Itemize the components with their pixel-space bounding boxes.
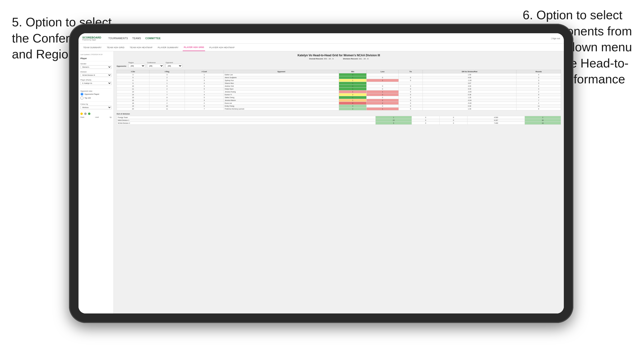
panel-records: Overall Record: 353 - 34 - 6 Division Re… (116, 58, 561, 60)
subnav-team-summary[interactable]: TEAM SUMMARY (82, 44, 102, 51)
main-panel: Katelyn Vo Head-to-Head Grid for Women's… (114, 51, 564, 314)
table-row: 10 6 3 Andrea York 2 0 0 4.00 4 (117, 85, 561, 88)
nav-teams[interactable]: TEAMS (132, 37, 141, 40)
table-row: 9 1 4 Sharon Mun 1 3.67 3 (117, 82, 561, 85)
sidebar-division-select[interactable]: NCAA Division III (80, 73, 112, 77)
out-table-row: NCAA Division 2 5 0 0 7.400 10 (117, 122, 561, 125)
sidebar-colour-by-label: Colour by (80, 103, 112, 105)
h2h-table: # Div # Reg # Conf Opponent Win Loss Tie… (116, 70, 561, 110)
sidebar-player-title: Player (80, 57, 112, 60)
th-div: # Div (117, 70, 150, 73)
opponents-label: Opponents: (116, 65, 126, 68)
colour-dots (80, 113, 112, 115)
filter-region-label: Region (128, 62, 145, 63)
panel-title: Katelyn Vo Head-to-Head Grid for Women's… (116, 54, 561, 57)
overall-record: Overall Record: 353 - 34 - 6 (309, 58, 334, 60)
tablet-screen: SCOREBOARD Powered by clippd TOURNAMENTS… (78, 33, 564, 314)
out-table-row: Foreign Team 1 0 0 4.500 2 (117, 116, 561, 119)
table-row: 18 2 2 Euna Lee 0 2 0 -5.00 2 (117, 102, 561, 105)
table-row: 20 11 7 Federica Domecq Lacroze 2 1 0 1.… (117, 108, 561, 110)
subnav-player-h2h-heatmap[interactable]: PLAYER H2H HEATMAP (208, 44, 236, 51)
sub-nav: TEAM SUMMARY TEAM H2H GRID TEAM H2H HEAT… (78, 44, 564, 51)
logo-sub: Powered by clippd (82, 39, 101, 41)
table-row: 13 1 1 Jessica Huang 1 1 0 -3.00 2 (117, 90, 561, 93)
filter-region-select[interactable]: (All) (128, 64, 145, 68)
sidebar: Last Updated: 27/03/2024 04:34 Player Ge… (78, 51, 114, 314)
sidebar-player-rank-select[interactable]: 8. Katelyn Vo (80, 81, 112, 85)
sidebar-player-rank-label: Player (Rank) (80, 79, 112, 81)
top-nav: SCOREBOARD Powered by clippd TOURNAMENTS… (78, 33, 564, 44)
logo-text: SCOREBOARD (82, 36, 101, 39)
filter-group-conference: Conference (All) (147, 62, 164, 68)
dot-up (88, 113, 90, 115)
sidebar-gender-select[interactable]: Women's (80, 65, 112, 69)
th-rounds: Rounds (516, 70, 561, 73)
table-row: 14 7 4 Eunice Yi 2 2 0 0.38 9 (117, 93, 561, 96)
filter-conference-select[interactable]: (All) (147, 64, 164, 68)
nav-links: TOURNAMENTS TEAMS COMMITTEE (108, 37, 160, 40)
table-row: 3 3 1 Esther Lee 1 1.50 4 (117, 73, 561, 76)
dot-down (80, 113, 83, 115)
nav-tournaments[interactable]: TOURNAMENTS (108, 37, 128, 40)
filter-conference-label: Conference (147, 62, 164, 63)
th-win: Win (339, 70, 366, 73)
th-loss: Loss (366, 70, 399, 73)
table-row: 11 2 5 Heejo Hyun 1 0 0 3.33 3 (117, 88, 561, 90)
sidebar-division-label: Division (80, 71, 112, 73)
th-conf: # Conf (185, 70, 224, 73)
tablet-shell: SCOREBOARD Powered by clippd TOURNAMENTS… (69, 24, 573, 323)
table-row: 6 3 3 Sydney Kuo 1 1 0 -1.00 3 (117, 79, 561, 82)
radio-top100[interactable]: Top 100 (80, 96, 112, 100)
sidebar-opponent-view-label: Opponent view (80, 90, 112, 92)
th-opponent: Opponent (224, 70, 339, 73)
subnav-player-h2h-grid[interactable]: PLAYER H2H GRID (183, 44, 205, 51)
out-table-row: NAIA Division 1 15 0 0 9.267 30 (117, 119, 561, 122)
sidebar-gender-label: Gender (80, 63, 112, 65)
division-record: Division Record: 331 - 34 - 6 (343, 58, 368, 60)
nav-committee[interactable]: COMMITTEE (145, 37, 161, 40)
subnav-team-h2h-heatmap[interactable]: TEAM H2H HEATMAP (129, 44, 154, 51)
subnav-team-h2h-grid[interactable]: TEAM H2H GRID (106, 44, 125, 51)
dot-labels: Down Level Up (80, 116, 112, 118)
filter-group-region: Region (All) (128, 62, 145, 68)
scoreboard-logo: SCOREBOARD Powered by clippd (82, 36, 101, 41)
sidebar-updated: Last Updated: 27/03/2024 04:34 (80, 54, 112, 55)
sidebar-radio-group: Opponents Played Top 100 (80, 93, 112, 100)
filter-row: Opponents: Region (All) Conference (All) (116, 62, 561, 68)
table-row: 5 2 2 Alexis Sudjianto 1 0 0 4.00 3 (117, 76, 561, 79)
th-diff: Diff Av Strokes/Rnd (422, 70, 516, 73)
table-row: 16 2 3 Jessica Mason 1 2 0 -0.94 7 (117, 99, 561, 102)
filter-group-opponent: Opponent (All) (166, 62, 182, 68)
main-content: Last Updated: 27/03/2024 04:34 Player Ge… (78, 51, 564, 314)
out-of-division-table: Foreign Team 1 0 0 4.500 2 NAIA Division… (116, 116, 561, 125)
subnav-player-summary[interactable]: PLAYER SUMMARY (157, 44, 180, 51)
nav-signin[interactable]: | Sign out (551, 37, 560, 40)
table-row: 15 8 5 Stella Cheng 1 0 0 1.25 4 (117, 96, 561, 99)
th-reg: # Reg (149, 70, 184, 73)
out-of-division-label: Out of division (116, 113, 561, 115)
radio-opponents-played[interactable]: Opponents Played (80, 93, 112, 96)
th-tie: Tie (398, 70, 422, 73)
dot-level (84, 113, 86, 115)
table-row: 19 10 6 Emily Chang 4 0 0 0.30 11 (117, 105, 561, 108)
filter-opponent-select[interactable]: (All) (166, 64, 182, 68)
sidebar-colour-by-select[interactable]: Win/loss (80, 106, 112, 109)
filter-opponent-label: Opponent (166, 62, 182, 63)
